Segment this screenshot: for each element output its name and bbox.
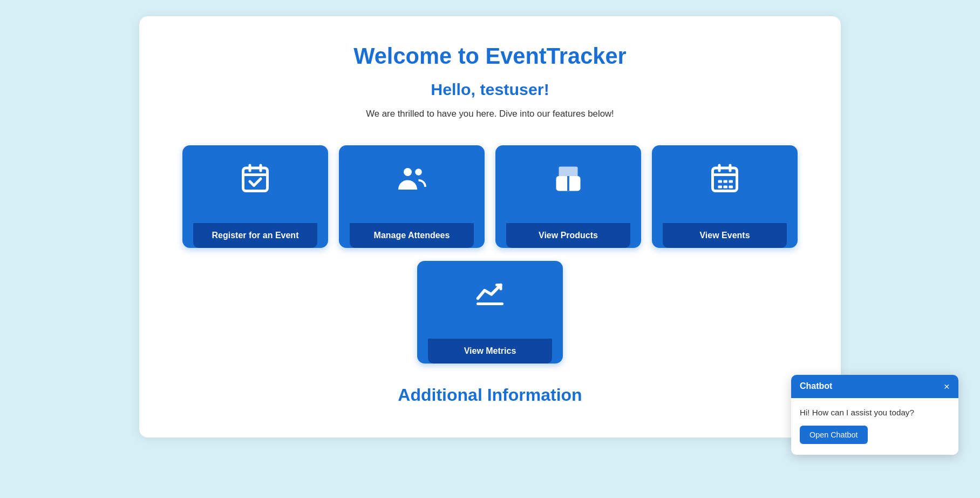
view-products-button[interactable]: View Products [506, 223, 630, 248]
svg-rect-14 [724, 180, 728, 183]
additional-information-title: Additional Information [172, 385, 808, 405]
svg-point-4 [404, 168, 412, 176]
svg-rect-17 [724, 186, 728, 189]
center-card-row: View Metrics [172, 261, 808, 364]
manage-attendees-card[interactable]: Manage Attendees [339, 145, 485, 248]
view-metrics-card[interactable]: View Metrics [417, 261, 563, 364]
chatbot-header: Chatbot × [791, 375, 958, 398]
svg-rect-18 [729, 186, 733, 189]
page-title: Welcome to EventTracker [172, 43, 808, 69]
svg-rect-13 [718, 180, 723, 183]
manage-attendees-button[interactable]: Manage Attendees [350, 223, 474, 248]
calendar-check-icon [239, 163, 271, 195]
chatbot-popup: Chatbot × Hi! How can I assist you today… [791, 375, 958, 455]
subtitle: We are thrilled to have you here. Dive i… [172, 109, 808, 119]
chatbot-title: Chatbot [800, 381, 832, 391]
view-products-card[interactable]: View Products [495, 145, 641, 248]
chatbot-close-button[interactable]: × [944, 381, 950, 392]
open-chatbot-button[interactable]: Open Chatbot [800, 426, 868, 444]
svg-rect-7 [559, 167, 578, 178]
box-icon [552, 163, 584, 195]
register-event-button[interactable]: Register for an Event [193, 223, 317, 248]
cards-row: Register for an Event Manage Attendees [172, 145, 808, 248]
greeting: Hello, testuser! [172, 80, 808, 99]
view-events-button[interactable]: View Events [663, 223, 787, 248]
register-event-card[interactable]: Register for an Event [182, 145, 328, 248]
svg-point-5 [415, 169, 422, 176]
calendar-grid-icon [709, 163, 741, 195]
svg-rect-16 [718, 186, 723, 189]
view-metrics-button[interactable]: View Metrics [428, 339, 552, 364]
main-container: Welcome to EventTracker Hello, testuser!… [139, 16, 841, 438]
view-events-card[interactable]: View Events [652, 145, 798, 248]
group-icon [396, 163, 428, 195]
svg-rect-19 [477, 302, 503, 305]
chatbot-body: Hi! How can I assist you today? Open Cha… [791, 398, 958, 455]
svg-rect-0 [243, 168, 268, 191]
svg-rect-15 [729, 180, 733, 183]
chatbot-message: Hi! How can I assist you today? [800, 408, 950, 417]
metrics-icon [474, 278, 506, 311]
